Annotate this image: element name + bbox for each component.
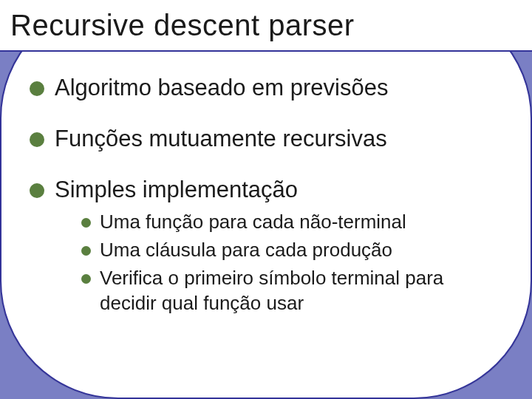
bullet-icon (30, 81, 44, 96)
sub-bullet-item: Verifica o primeiro símbolo terminal par… (81, 266, 502, 316)
title-bar: Recursive descent parser (0, 0, 532, 52)
slide-title: Recursive descent parser (10, 9, 355, 42)
bullet-text: Funções mutuamente recursivas (55, 125, 387, 154)
bullet-icon (81, 246, 91, 256)
sub-bullet-text: Verifica o primeiro símbolo terminal par… (100, 266, 502, 316)
slide-content: Algoritmo baseado em previsões Funções m… (30, 74, 502, 369)
sub-bullet-text: Uma cláusula para cada produção (100, 238, 392, 263)
sub-bullet-list: Uma função para cada não-terminal Uma cl… (81, 210, 502, 316)
bullet-icon (81, 274, 91, 284)
bullet-text: Simples implementação (55, 176, 298, 205)
bullet-item: Funções mutuamente recursivas (30, 125, 502, 154)
sub-bullet-text: Uma função para cada não-terminal (100, 210, 406, 235)
bullet-item: Algoritmo baseado em previsões (30, 74, 502, 103)
bullet-icon (81, 218, 91, 228)
sub-bullet-item: Uma cláusula para cada produção (81, 238, 502, 263)
bullet-icon (30, 132, 44, 147)
bullet-icon (30, 183, 44, 198)
bullet-item: Simples implementação (30, 176, 502, 205)
sub-bullet-item: Uma função para cada não-terminal (81, 210, 502, 235)
bullet-text: Algoritmo baseado em previsões (55, 74, 388, 103)
